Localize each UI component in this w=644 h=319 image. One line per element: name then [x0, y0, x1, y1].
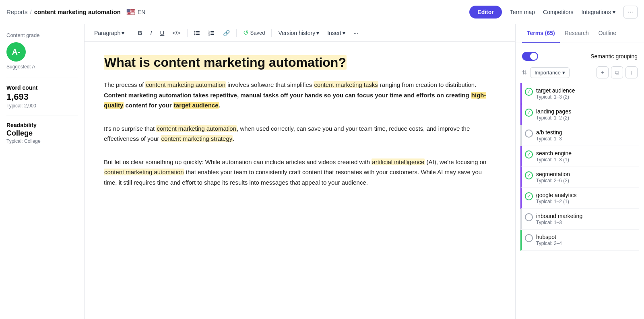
copy-button[interactable]: ⧉: [611, 66, 623, 78]
more-button[interactable]: ···: [623, 6, 638, 19]
divider2: [6, 115, 78, 115]
italic-button[interactable]: I: [147, 28, 155, 38]
tab-research[interactable]: Research: [560, 24, 594, 43]
reports-link[interactable]: Reports: [6, 8, 28, 15]
term-item[interactable]: ✓ google analytics Typical: 1–2 (1): [520, 188, 639, 209]
chevron-down-icon: ▾: [613, 9, 615, 15]
bold-button[interactable]: B: [134, 28, 145, 38]
term-details: target audience Typical: 1–3 (2): [536, 87, 575, 100]
suggested-label: Suggested: A-: [6, 64, 78, 70]
editor-content[interactable]: What is content marketing automation? Th…: [85, 42, 515, 319]
insert-button[interactable]: Insert ▾: [324, 28, 349, 38]
svg-point-2: [194, 32, 195, 33]
term-check-icon: ✓: [525, 171, 533, 179]
saved-label: Saved: [250, 30, 265, 36]
term-typical: Typical: 2–4: [536, 241, 562, 246]
term-item[interactable]: a/b testing Typical: 1–3: [520, 125, 639, 146]
term-name: hubspot: [536, 234, 562, 240]
chevron-down-icon: ▾: [316, 30, 319, 36]
term-name: landing pages: [536, 108, 571, 115]
term-typical: Typical: 1–3: [536, 136, 562, 142]
term-map-link[interactable]: Term map: [510, 9, 535, 15]
breadcrumb: Reports / content marketing automation 🇺…: [6, 8, 145, 16]
divider: [6, 78, 78, 78]
chevron-down-icon: ▾: [122, 30, 124, 36]
paragraph-2: It's no surprise that content marketing …: [104, 123, 496, 144]
right-panel: Terms (65) Research Outline Semantic gro…: [515, 24, 644, 319]
editor-button[interactable]: Editor: [469, 6, 502, 19]
readability-typical: Typical: College: [6, 138, 78, 144]
term-item[interactable]: ✓ landing pages Typical: 1–2 (2): [520, 104, 639, 125]
term-item[interactable]: hubspot Typical: 2–4: [520, 230, 639, 251]
term-item[interactable]: ✓ target audience Typical: 1–3 (2): [520, 83, 639, 104]
bullet-list-button[interactable]: [191, 28, 204, 38]
paragraph-1: The process of content marketing automat…: [104, 80, 496, 111]
highlight-cma3: content marketing automation: [104, 169, 184, 175]
term-name: search engine: [536, 150, 572, 156]
underline-button[interactable]: U: [157, 28, 167, 38]
term-typical: Typical: 1–3 (1): [536, 157, 572, 163]
readability-value: College: [6, 129, 78, 138]
toolbar-more-button[interactable]: ···: [350, 28, 361, 38]
highlight-cms: content marketing strategy: [161, 135, 233, 142]
heading-highlight: What is content marketing automation?: [104, 55, 347, 70]
term-list: ✓ target audience Typical: 1–3 (2) ✓ lan…: [520, 83, 639, 251]
highlight-cmt1: content marketing tasks: [314, 81, 378, 88]
svg-rect-7: [211, 31, 214, 32]
word-count-value: 1,693: [6, 92, 78, 102]
sort-row: ⇅ Importance ▾ + ⧉ ↓: [520, 65, 639, 80]
top-nav: Reports / content marketing automation 🇺…: [0, 0, 644, 24]
document-heading: What is content marketing automation?: [104, 55, 496, 70]
term-check-icon: [525, 213, 533, 221]
left-sidebar: Content grade A- Suggested: A- Word coun…: [0, 24, 85, 319]
svg-rect-5: [196, 34, 200, 35]
tab-terms[interactable]: Terms (65): [522, 24, 560, 43]
term-name: segmentation: [536, 171, 570, 177]
version-history-button[interactable]: Version history ▾: [275, 28, 322, 38]
term-typical: Typical: 1–2 (2): [536, 115, 571, 121]
highlight-hq: high-quality: [104, 92, 486, 109]
svg-text:3.: 3.: [208, 34, 210, 36]
term-details: landing pages Typical: 1–2 (2): [536, 108, 571, 121]
term-item[interactable]: inbound marketing Typical: 1–3: [520, 209, 639, 230]
term-check-icon: [525, 130, 533, 138]
term-name: a/b testing: [536, 129, 562, 136]
add-term-button[interactable]: +: [597, 66, 609, 78]
highlight-cma1: content marketing automation: [145, 81, 226, 88]
term-name: google analytics: [536, 192, 576, 198]
integrations-link[interactable]: Integrations ▾: [581, 9, 615, 15]
svg-rect-3: [196, 33, 200, 33]
term-details: a/b testing Typical: 1–3: [536, 129, 562, 142]
semantic-grouping-label: Semantic grouping: [590, 53, 638, 60]
svg-rect-11: [211, 34, 214, 35]
toolbar-sep1: [131, 29, 131, 37]
code-button[interactable]: </>: [169, 28, 184, 38]
doc-title: content marketing automation: [34, 8, 121, 15]
term-name: target audience: [536, 87, 575, 94]
term-check-icon: ✓: [525, 109, 533, 117]
term-check-icon: ✓: [525, 192, 533, 200]
download-button[interactable]: ↓: [625, 66, 638, 78]
right-tabs: Terms (65) Research Outline: [516, 24, 644, 43]
term-item[interactable]: ✓ search engine Typical: 1–3 (1): [520, 146, 639, 167]
svg-point-4: [194, 34, 195, 35]
paragraph-dropdown[interactable]: Paragraph ▾: [91, 28, 128, 38]
term-typical: Typical: 1–3 (2): [536, 94, 575, 100]
link-button[interactable]: 🔗: [220, 28, 233, 38]
semantic-toggle[interactable]: [522, 52, 538, 61]
term-item[interactable]: ✓ segmentation Typical: 2–6 (2): [520, 167, 639, 188]
competitors-link[interactable]: Competitors: [543, 9, 573, 15]
term-name: inbound marketing: [536, 213, 582, 219]
term-check-icon: [525, 234, 533, 242]
numbered-list-button[interactable]: 1.2.3.: [205, 28, 218, 38]
word-count-typical: Typical: 2,900: [6, 103, 78, 109]
chevron-down-icon: ▾: [562, 70, 565, 76]
saved-indicator: ↺ Saved: [240, 27, 268, 38]
content-grade-label: Content grade: [6, 32, 78, 38]
term-details: segmentation Typical: 2–6 (2): [536, 171, 570, 183]
chevron-down-icon: ▾: [343, 30, 345, 36]
term-details: hubspot Typical: 2–4: [536, 234, 562, 246]
sort-dropdown[interactable]: Importance ▾: [530, 67, 570, 78]
tab-outline[interactable]: Outline: [594, 24, 621, 43]
term-typical: Typical: 1–3: [536, 220, 582, 225]
